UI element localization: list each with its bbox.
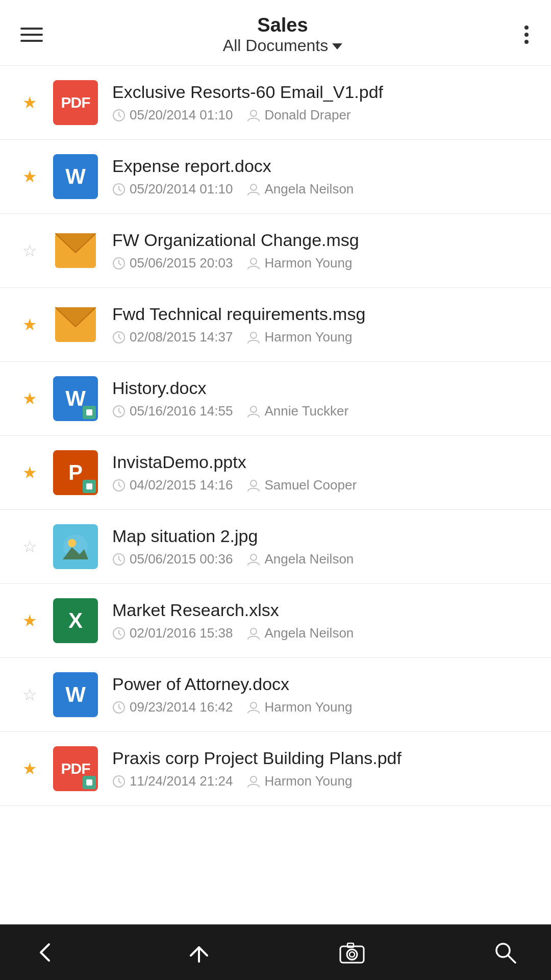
- list-item[interactable]: ★ Fwd Technical requirements.msg 02/08/2…: [0, 288, 551, 362]
- person-icon: [247, 701, 260, 714]
- list-item[interactable]: ☆ W Power of Attorney.docx 09/23/2014 16…: [0, 658, 551, 732]
- doc-meta: 05/06/2015 00:36 Angela Neilson: [112, 551, 531, 567]
- doc-info: Exclusive Resorts-60 Email_V1.pdf 05/20/…: [112, 82, 531, 123]
- chevron-down-icon: [332, 43, 342, 50]
- msg-icon: [53, 302, 98, 347]
- star-icon[interactable]: ★: [20, 315, 39, 334]
- star-icon[interactable]: ★: [20, 389, 39, 408]
- bottom-navigation: [0, 924, 551, 980]
- list-item[interactable]: ★ X Market Research.xlsx 02/01/2016 15:3…: [0, 584, 551, 658]
- person-icon: [247, 405, 260, 418]
- list-item[interactable]: ★ W History.docx 05/16/2016 14:55 Annie …: [0, 362, 551, 436]
- list-item[interactable]: ☆ FW Organizational Change.msg 05/06/201…: [0, 214, 551, 288]
- svg-rect-31: [86, 779, 92, 786]
- doc-author: Harmon Young: [247, 773, 352, 789]
- doc-date: 05/16/2016 14:55: [112, 403, 233, 419]
- document-list: ★ PDF Exclusive Resorts-60 Email_V1.pdf …: [0, 66, 551, 924]
- svg-rect-19: [86, 483, 92, 489]
- doc-info: Expense report.docx 05/20/2014 01:10 Ang…: [112, 156, 531, 197]
- doc-info: Praxis corp Project Building Plans.pdf 1…: [112, 748, 531, 789]
- clock-icon: [112, 183, 126, 196]
- svg-point-23: [68, 539, 76, 547]
- star-icon[interactable]: ★: [20, 463, 39, 482]
- clock-icon: [112, 775, 126, 788]
- search-button[interactable]: [490, 937, 520, 968]
- doc-info: Map situation 2.jpg 05/06/2015 00:36 Ang…: [112, 526, 531, 567]
- doc-info: Power of Attorney.docx 09/23/2014 16:42 …: [112, 674, 531, 715]
- doc-author: Harmon Young: [247, 699, 352, 715]
- doc-name: Map situation 2.jpg: [112, 526, 531, 546]
- clock-icon: [112, 553, 126, 566]
- doc-name: Expense report.docx: [112, 156, 531, 176]
- doc-author: Harmon Young: [247, 329, 352, 345]
- clock-icon: [112, 331, 126, 344]
- doc-date: 11/24/2014 21:24: [112, 773, 233, 789]
- star-icon[interactable]: ☆: [20, 537, 39, 556]
- star-icon[interactable]: ★: [20, 93, 39, 112]
- doc-meta: 02/08/2015 14:37 Harmon Young: [112, 329, 531, 345]
- xlsx-icon: X: [53, 598, 98, 643]
- doc-meta: 05/16/2016 14:55 Annie Tuckker: [112, 403, 531, 419]
- doc-meta: 05/20/2014 01:10 Angela Neilson: [112, 181, 531, 197]
- doc-name: Power of Attorney.docx: [112, 674, 531, 694]
- doc-info: History.docx 05/16/2016 14:55 Annie Tuck…: [112, 378, 531, 419]
- doc-meta: 02/01/2016 15:38 Angela Neilson: [112, 625, 531, 641]
- jpg-icon: [53, 524, 98, 569]
- doc-meta: 04/02/2015 14:16 Samuel Cooper: [112, 477, 531, 493]
- person-icon: [247, 331, 260, 344]
- star-icon[interactable]: ★: [20, 611, 39, 630]
- app-header: Sales All Documents: [0, 0, 551, 66]
- doc-date: 09/23/2014 16:42: [112, 699, 233, 715]
- doc-name: History.docx: [112, 378, 531, 398]
- doc-info: Fwd Technical requirements.msg 02/08/201…: [112, 304, 531, 345]
- filter-dropdown[interactable]: All Documents: [223, 36, 342, 55]
- up-button[interactable]: [184, 937, 214, 968]
- doc-info: InvistaDemo.pptx 04/02/2015 14:16 Samuel…: [112, 452, 531, 493]
- svg-point-3: [251, 184, 257, 190]
- doc-author: Angela Neilson: [247, 625, 354, 641]
- list-item[interactable]: ★ W Expense report.docx 05/20/2014 01:10…: [0, 140, 551, 214]
- doc-name: Praxis corp Project Building Plans.pdf: [112, 748, 531, 768]
- svg-point-18: [251, 406, 257, 412]
- star-icon[interactable]: ★: [20, 167, 39, 186]
- more-options-button[interactable]: [522, 23, 531, 46]
- doc-meta: 05/06/2015 20:03 Harmon Young: [112, 255, 531, 271]
- doc-date: 05/06/2015 20:03: [112, 255, 233, 271]
- doc-name: Market Research.xlsx: [112, 600, 531, 620]
- person-icon: [247, 257, 260, 270]
- back-button[interactable]: [31, 937, 61, 968]
- svg-point-26: [251, 554, 257, 560]
- list-item[interactable]: ★ PDF Praxis corp Project Building Plans…: [0, 732, 551, 806]
- doc-name: InvistaDemo.pptx: [112, 452, 531, 472]
- svg-point-33: [251, 776, 257, 782]
- doc-info: Market Research.xlsx 02/01/2016 15:38 An…: [112, 600, 531, 641]
- menu-button[interactable]: [20, 28, 43, 42]
- svg-point-30: [251, 702, 257, 708]
- doc-date: 05/06/2015 00:36: [112, 551, 233, 567]
- clock-icon: [112, 109, 126, 122]
- star-icon[interactable]: ☆: [20, 685, 39, 704]
- svg-point-21: [251, 480, 257, 486]
- doc-name: Exclusive Resorts-60 Email_V1.pdf: [112, 82, 531, 102]
- doc-meta: 05/20/2014 01:10 Donald Draper: [112, 107, 531, 123]
- camera-button[interactable]: [337, 937, 367, 968]
- word-icon: W: [53, 672, 98, 717]
- doc-author: Harmon Young: [247, 255, 352, 271]
- clock-icon: [112, 405, 126, 418]
- person-icon: [247, 775, 260, 788]
- list-item[interactable]: ★ PDF Exclusive Resorts-60 Email_V1.pdf …: [0, 66, 551, 140]
- star-icon[interactable]: ★: [20, 759, 39, 778]
- person-icon: [247, 109, 260, 122]
- star-icon[interactable]: ☆: [20, 241, 39, 260]
- word-icon: W: [53, 154, 98, 199]
- list-item[interactable]: ★ P InvistaDemo.pptx 04/02/2015 14:16 Sa…: [0, 436, 551, 510]
- svg-point-37: [349, 952, 355, 957]
- svg-point-15: [251, 332, 257, 338]
- clock-icon: [112, 627, 126, 640]
- list-item[interactable]: ☆ Map situation 2.jpg 05/06/2015 00:36 A…: [0, 510, 551, 584]
- pdf-icon: PDF: [53, 746, 98, 791]
- svg-point-1: [251, 110, 257, 116]
- person-icon: [247, 183, 260, 196]
- doc-author: Donald Draper: [247, 107, 350, 123]
- msg-icon: [53, 228, 98, 273]
